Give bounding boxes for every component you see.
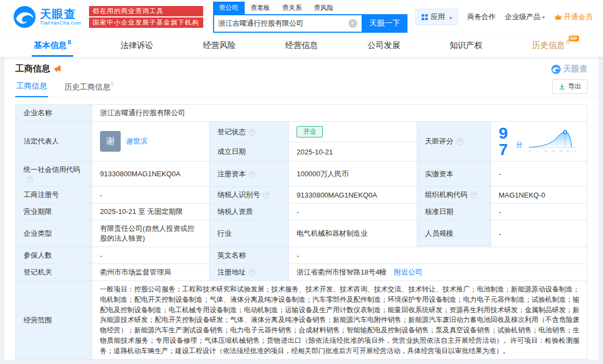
- field-value-reg-capital: 100000万人民币: [289, 162, 417, 187]
- logo-title: 天眼查: [40, 8, 81, 20]
- business-info-table: 企业名称 浙江吉曜通行控股有限公司 法定代表人 谢 谢世滨 登记状态 开业 天眼…: [15, 104, 588, 360]
- tab-legal-proceedings[interactable]: 法律诉讼: [121, 34, 153, 57]
- info-icon[interactable]: [263, 192, 270, 199]
- tab-basic-info-label: 基本信息: [34, 40, 67, 51]
- tab-history-label: 历史信息: [532, 40, 565, 51]
- reg-status-label-text: 登记状态: [217, 128, 246, 136]
- field-value-legal-rep: 谢 谢世滨: [92, 122, 210, 162]
- nav-business-cooperation[interactable]: 商务合作: [468, 12, 496, 22]
- field-label-reg-status: 登记状态: [210, 122, 289, 142]
- search-area: 查公司 查老板 查关系 查风险 天眼一下: [213, 2, 407, 33]
- field-value-industry: 电气机械和器材制造业: [289, 220, 417, 247]
- search-tab-risk[interactable]: 查风险: [308, 2, 340, 14]
- field-label-english-name: 英文名称: [210, 247, 289, 264]
- field-value-approval-date: -: [491, 204, 588, 220]
- svg-text:53: 53: [552, 150, 555, 153]
- chevron-down-icon: [541, 13, 545, 21]
- credit-code-label-text: 统一社会信用代码: [23, 165, 80, 174]
- field-value-company-name: 浙江吉曜通行控股有限公司: [92, 105, 588, 122]
- promo-line-1: 都在用的商业查询工具: [89, 6, 203, 16]
- vip-label: 开通会员: [564, 12, 593, 22]
- field-label-company-type: 企业类型: [16, 220, 92, 247]
- field-label-reg-capital: 注册资本: [210, 162, 289, 187]
- search-input-wrap: [213, 14, 363, 33]
- legal-rep-avatar[interactable]: 谢: [100, 131, 121, 152]
- legal-rep-name-link[interactable]: 谢世滨: [126, 136, 147, 146]
- subtab-current-info[interactable]: 工商信息: [15, 78, 48, 97]
- svg-text:1: 1: [537, 150, 539, 153]
- score-unit: 分: [516, 140, 523, 150]
- search-row: 天眼一下: [213, 14, 407, 33]
- field-value-insured-count: -: [92, 247, 210, 264]
- search-tab-relation[interactable]: 查关系: [276, 2, 308, 14]
- tab-operation-risk[interactable]: 经营风险: [203, 34, 235, 57]
- field-value-staff-size: -: [491, 220, 588, 247]
- field-label-paid-capital: 实缴资本: [417, 162, 491, 187]
- field-label-taxpayer-id: 纳税人识别号: [210, 187, 289, 204]
- info-icon[interactable]: [249, 269, 256, 276]
- field-label-reg-number: 工商注册号: [16, 187, 92, 204]
- row-reg-authority: 登记机关 衢州市市场监督管理局 注册地址 浙江省衢州市报智路18号4幢 附近公司: [16, 264, 588, 281]
- field-label-reg-authority: 登记机关: [16, 264, 92, 281]
- grid-icon: [421, 14, 428, 21]
- field-label-score: 天眼评分: [417, 122, 491, 162]
- score-display: 97 分: [499, 125, 580, 158]
- subtab-history-count: 0: [110, 81, 114, 87]
- tab-intellectual-property[interactable]: 知识产权: [450, 34, 482, 57]
- apps-menu[interactable]: 应用: [415, 9, 458, 25]
- search-tabs: 查公司 查老板 查关系 查风险: [213, 2, 407, 14]
- field-value-credit-code: 91330800MAG1NEKQ0A: [92, 162, 210, 187]
- tab-risk-label: 经营风险: [203, 40, 235, 51]
- business-info-card: 工商信息 天眼查 工商信息 历史工商信息0: [4, 57, 599, 360]
- page-content: 工商信息 天眼查 工商信息 历史工商信息0: [0, 57, 603, 364]
- info-icon[interactable]: [26, 176, 33, 183]
- nearby-companies-link[interactable]: 附近公司: [394, 268, 422, 276]
- subtab-current-label: 工商信息: [16, 81, 47, 90]
- info-icon[interactable]: [249, 129, 256, 136]
- tab-basic-info[interactable]: 基本信息8: [34, 34, 71, 57]
- field-label-company-name: 企业名称: [16, 105, 92, 122]
- subtab-history-info[interactable]: 历史工商信息0: [63, 78, 115, 97]
- tab-history-count: 6: [566, 39, 569, 45]
- top-header: 天眼查 TianYanCha.com 都在用的商业查询工具 国家中小企业发展子基…: [0, 0, 603, 34]
- field-value-reg-status: 开业: [289, 122, 417, 142]
- nav-enterprise-products[interactable]: 企业级产品: [505, 12, 545, 22]
- tianyancha-watermark-icon: [551, 64, 561, 74]
- info-icon[interactable]: [470, 192, 477, 199]
- company-section-tabs: 基本信息8 法律诉讼 经营风险 经营信息 公司发展 知识产权 VIP 历史信息6: [0, 34, 603, 57]
- tab-development-label: 公司发展: [368, 40, 400, 51]
- field-value-establish-date: 2025-10-21: [289, 142, 417, 162]
- site-logo[interactable]: 天眼查 TianYanCha.com: [13, 5, 81, 28]
- field-value-paid-capital: -: [491, 162, 588, 187]
- row-business-term: 营业期限 2025-10-21 至 无固定期限 纳税人资质 - 核准日期 -: [16, 204, 588, 220]
- megaphone-icon: [54, 65, 62, 73]
- svg-text:0: 0: [529, 150, 531, 153]
- download-icon: [559, 83, 565, 90]
- org-code-label-text: 组织机构代码: [425, 190, 468, 199]
- info-icon[interactable]: [249, 171, 256, 178]
- promo-line-2: 国家中小企业发展子基金旗下机构: [89, 17, 203, 28]
- taxpayer-id-label-text: 纳税人识别号: [217, 190, 260, 199]
- tab-ip-label: 知识产权: [450, 40, 482, 51]
- card-header: 工商信息 天眼查: [4, 57, 599, 77]
- svg-text:51: 51: [545, 150, 548, 153]
- subtab-history-label: 历史工商信息: [64, 82, 110, 91]
- info-icon[interactable]: [456, 138, 463, 145]
- search-tab-boss[interactable]: 查老板: [245, 2, 276, 14]
- export-label: 导出: [568, 82, 581, 91]
- search-tab-company[interactable]: 查公司: [213, 2, 245, 14]
- tab-operation-info[interactable]: 经营信息: [285, 34, 318, 57]
- chevron-down-icon: [595, 13, 596, 21]
- field-label-staff-size: 人员规模: [417, 220, 491, 247]
- svg-text:1: 1: [575, 150, 576, 153]
- export-button[interactable]: 导出: [552, 79, 588, 94]
- clear-icon[interactable]: [348, 19, 357, 28]
- field-label-credit-code: 统一社会信用代码: [16, 162, 92, 187]
- nav-upgrade-vip[interactable]: 开通会员: [554, 12, 596, 22]
- search-button[interactable]: 天眼一下: [363, 14, 407, 33]
- tab-company-development[interactable]: 公司发展: [368, 34, 400, 57]
- tab-history-info[interactable]: VIP 历史信息6: [532, 34, 569, 57]
- search-input[interactable]: [214, 19, 348, 27]
- field-value-company-type: 有限责任公司(自然人投资或控股的法人独资): [92, 220, 210, 247]
- field-value-org-code: MAG1NEKQ-0: [491, 187, 588, 204]
